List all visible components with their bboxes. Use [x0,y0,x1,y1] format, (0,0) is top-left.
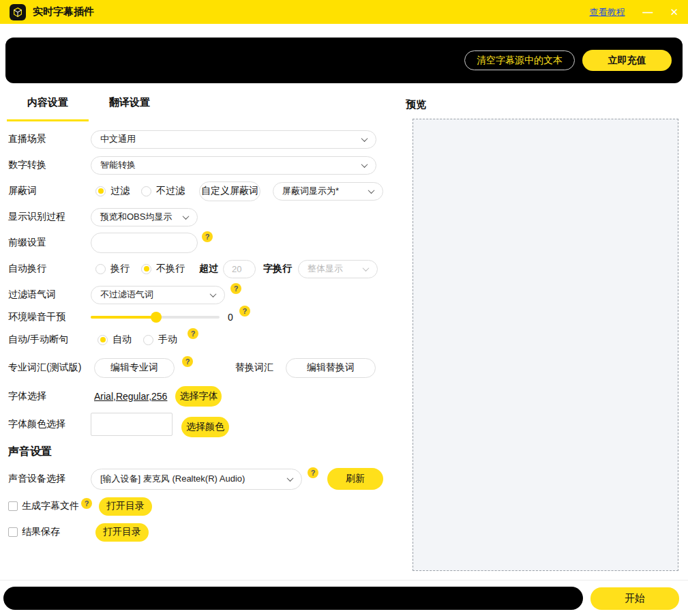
wrap-radio[interactable] [95,264,106,274]
chevron-down-icon [210,291,217,297]
chevron-down-icon [287,475,294,482]
live-scene-select[interactable]: 中文通用 [91,130,376,149]
minimize-icon[interactable]: — [642,7,652,17]
wrap-suffix-label: 字换行 [263,263,292,275]
number-convert-row: 数字转换 智能转换 [0,152,395,178]
chevron-down-icon [368,187,375,194]
sound-device-select[interactable]: [输入设备] 麦克风 (Realtek(R) Audio) [91,469,302,490]
auto-wrap-row: 自动换行 换行 不换行 超过 字换行 整体显示 [0,256,395,282]
font-color-label: 字体颜色选择 [8,418,91,430]
refresh-button[interactable]: 刷新 [327,468,383,490]
footer-bar: 开始 [0,580,688,616]
save-result-label: 结果保存 [22,526,60,538]
blocked-words-filter-radio[interactable] [95,186,106,196]
help-icon[interactable]: ? [81,498,92,509]
open-subtitle-dir-button[interactable]: 打开目录 [99,497,152,516]
blocked-words-display-select[interactable]: 屏蔽词显示为* [273,182,383,201]
font-color-input[interactable] [91,413,173,436]
blocked-words-nofilter-radio[interactable] [141,186,151,196]
slider-thumb[interactable] [151,312,162,323]
help-icon[interactable]: ? [182,356,193,367]
tab-translation-settings[interactable]: 翻译设置 [89,83,170,121]
chevron-down-icon [363,265,370,272]
custom-blocked-words-button[interactable]: 自定义屏蔽词 [199,181,260,201]
subtitle-file-row: 生成字幕文件 ? 打开目录 [0,493,395,519]
filter-modal-select[interactable]: 不过滤语气词 [91,286,225,304]
live-scene-label: 直播场景 [8,133,91,145]
noise-value: 0 [228,312,233,323]
filter-modal-label: 过滤语气词 [8,289,91,301]
auto-break-radio[interactable] [98,335,108,345]
sound-settings-heading: 声音设置 [0,439,395,465]
open-result-dir-button[interactable]: 打开目录 [95,523,149,542]
exceed-label: 超过 [199,263,218,275]
replace-vocab-label: 替换词汇 [235,362,273,374]
manual-break-radio[interactable] [143,335,153,345]
settings-tabs: 内容设置 翻译设置 [0,83,395,121]
show-process-select[interactable]: 预览和OBS均显示 [91,208,198,226]
preview-column: 预览 [395,83,688,580]
prefix-label: 前缀设置 [8,237,91,249]
font-color-row: 字体颜色选择 选择颜色 [0,410,395,439]
pro-vocab-label: 专业词汇(测试版) [8,362,91,374]
help-icon[interactable]: ? [239,306,250,317]
subtitle-output-bar [3,587,583,610]
start-button[interactable]: 开始 [590,587,679,610]
view-tutorial-link[interactable]: 查看教程 [589,6,625,18]
sound-device-label: 声音设备选择 [8,473,91,485]
sound-device-row: 声音设备选择 [输入设备] 麦克风 (Realtek(R) Audio) ? 刷… [0,465,395,493]
chevron-down-icon [361,135,368,142]
app-title: 实时字幕插件 [33,5,94,18]
subtitle-file-checkbox[interactable] [8,501,18,511]
clear-subtitle-text-button[interactable]: 清空字幕源中的文本 [464,50,575,70]
edit-pro-vocab-button[interactable]: 编辑专业词 [94,358,175,378]
sentence-break-row: 自动/手动断句 自动 手动 ? [0,327,395,353]
prefix-input[interactable] [91,233,198,253]
preview-panel [413,119,678,571]
help-icon[interactable]: ? [230,283,241,294]
pro-vocab-row: 专业词汇(测试版) 编辑专业词 ? 替换词汇 编辑替换词 [0,353,395,383]
show-process-row: 显示识别过程 预览和OBS均显示 [0,204,395,230]
subtitle-file-label: 生成字幕文件 [22,500,79,512]
choose-color-button[interactable]: 选择颜色 [181,417,229,437]
chevron-down-icon [183,213,190,220]
title-bar: 实时字幕插件 查看教程 — ✕ [0,0,688,24]
show-process-label: 显示识别过程 [8,211,91,223]
prefix-row: 前缀设置 ? [0,230,395,256]
preview-title: 预览 [406,98,688,111]
number-convert-label: 数字转换 [8,159,91,171]
chevron-down-icon [361,161,368,168]
sentence-break-label: 自动/手动断句 [8,334,91,346]
live-scene-row: 直播场景 中文通用 [0,126,395,152]
current-font-link[interactable]: Arial,Regular,256 [94,391,167,402]
auto-wrap-label: 自动换行 [8,263,91,275]
display-mode-select[interactable]: 整体显示 [298,260,378,278]
filter-modal-row: 过滤语气词 不过滤语气词 ? [0,282,395,308]
font-select-row: 字体选择 Arial,Regular,256 选择字体 [0,383,395,410]
subtitle-source-panel: 清空字幕源中的文本 立即充值 [5,38,683,83]
tab-content-settings[interactable]: 内容设置 [7,83,89,121]
help-icon[interactable]: ? [308,467,318,478]
cube-icon [12,6,24,18]
blocked-words-label: 屏蔽词 [8,185,91,197]
noise-row: 环境噪音干预 0 ? [0,308,395,327]
choose-font-button[interactable]: 选择字体 [175,386,222,407]
app-logo [10,4,26,20]
close-icon[interactable]: ✕ [670,7,678,17]
nowrap-radio[interactable] [141,264,151,274]
font-select-label: 字体选择 [8,390,91,402]
help-icon[interactable]: ? [202,231,213,242]
save-result-checkbox[interactable] [8,527,18,537]
number-convert-select[interactable]: 智能转换 [91,156,376,175]
edit-replace-vocab-button[interactable]: 编辑替换词 [286,358,376,378]
save-result-row: 结果保存 打开目录 [0,519,395,545]
noise-slider[interactable] [91,312,220,323]
help-icon[interactable]: ? [188,328,198,339]
blocked-words-row: 屏蔽词 过滤 不过滤 自定义屏蔽词 屏蔽词显示为* [0,178,395,204]
noise-label: 环境噪音干预 [8,311,91,323]
settings-column: 内容设置 翻译设置 直播场景 中文通用 [0,83,395,580]
wrap-count-input[interactable] [223,260,256,278]
active-tab-underline [7,119,89,121]
app-window: 实时字幕插件 查看教程 — ✕ 清空字幕源中的文本 立即充值 内容设置 翻译设置 [0,0,688,616]
recharge-button[interactable]: 立即充值 [582,50,672,71]
